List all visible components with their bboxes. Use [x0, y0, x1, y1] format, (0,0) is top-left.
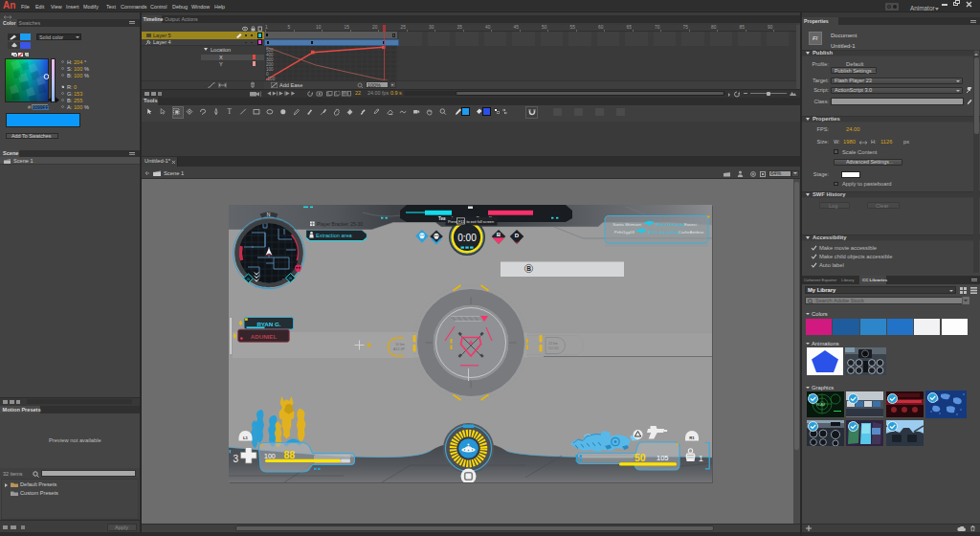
- svg-text:50: 50: [635, 452, 646, 463]
- svg-text:N: N: [267, 212, 271, 217]
- svg-text:G: G: [289, 276, 292, 280]
- svg-text:100: 100: [264, 453, 276, 459]
- svg-text:[EVO-SmartKlas]: [EVO-SmartKlas]: [648, 230, 679, 234]
- svg-text:T: T: [227, 108, 232, 116]
- svg-text:F11: F11: [458, 220, 464, 224]
- svg-text:R1: R1: [689, 436, 695, 440]
- svg-text:88: 88: [284, 449, 296, 460]
- svg-text:G: G: [247, 277, 250, 281]
- svg-text:CO-55: CO-55: [548, 346, 559, 350]
- svg-text:RYAN G.: RYAN G.: [257, 321, 281, 327]
- svg-text:to exit full screen: to exit full screen: [467, 220, 495, 224]
- svg-text:Eaveci: Eaveci: [684, 222, 697, 227]
- svg-text:B: B: [526, 265, 531, 272]
- svg-text:[Blunt Grenade]: [Blunt Grenade]: [656, 222, 685, 227]
- svg-text:10 km: 10 km: [395, 343, 405, 346]
- svg-text:Player Bracket: 25-30: Player Bracket: 25-30: [317, 221, 363, 227]
- svg-text:CarlieAimbrai: CarlieAimbrai: [679, 230, 703, 234]
- svg-text:L1: L1: [243, 436, 249, 440]
- svg-text:ADUNIEL: ADUNIEL: [251, 333, 278, 340]
- svg-text:1: 1: [699, 454, 703, 463]
- svg-text:Press: Press: [448, 220, 457, 224]
- svg-text:D: D: [515, 233, 520, 238]
- svg-text:3: 3: [234, 454, 239, 464]
- svg-text:0:00: 0:00: [457, 233, 477, 243]
- svg-text:Extraction area: Extraction area: [316, 233, 353, 238]
- svg-text:12 km: 12 km: [548, 342, 558, 346]
- svg-text:A12-3P: A12-3P: [393, 347, 406, 351]
- svg-text:105: 105: [657, 454, 669, 462]
- svg-text:B: B: [497, 232, 501, 237]
- svg-text:Santa Shimson: Santa Shimson: [612, 222, 641, 227]
- svg-text:Prtht1gy03: Prtht1gy03: [614, 230, 635, 234]
